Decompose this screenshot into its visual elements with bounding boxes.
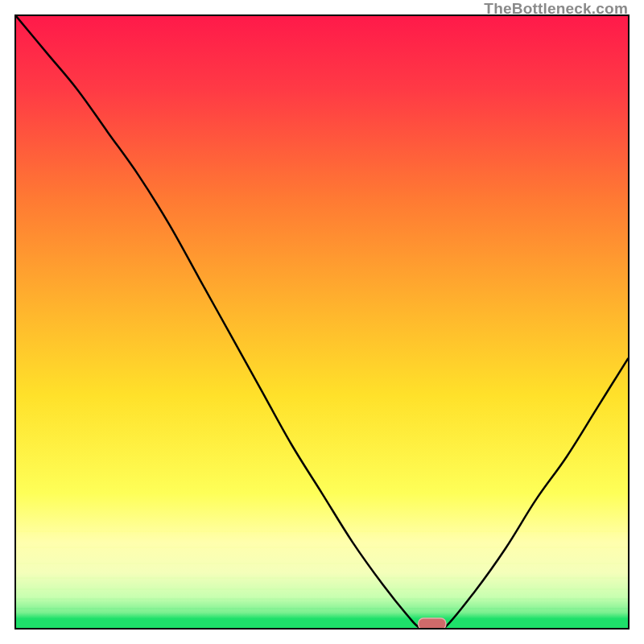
chart-frame: TheBottleneck.com xyxy=(0,0,644,644)
plot-area xyxy=(14,14,630,630)
curve-layer xyxy=(16,16,628,628)
optimum-marker xyxy=(419,618,446,628)
bottleneck-curve xyxy=(16,16,628,628)
